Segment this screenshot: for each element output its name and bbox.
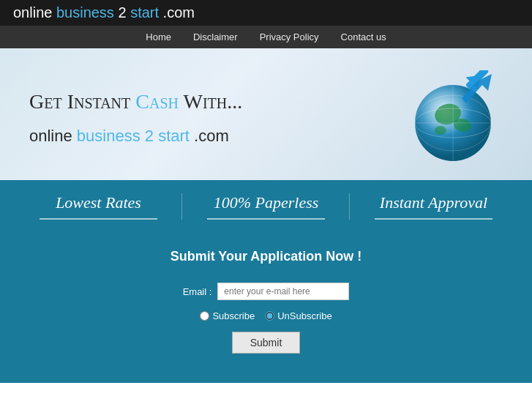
subscribe-label: Subscribe [212,310,255,321]
submit-heading: Submit Your Application Now ! [15,249,517,264]
globe-graphic [408,70,503,165]
radio-row: Subscribe UnSubscribe [200,310,331,321]
unsubscribe-option[interactable]: UnSubscribe [265,310,331,321]
subline-2: 2 [141,127,158,145]
subline-online: online [29,127,77,145]
email-label: Email : [183,286,212,297]
headline-post: With... [179,90,242,113]
nav-disclaimer[interactable]: Disclaimer [193,31,238,42]
form-area: Email : Subscribe UnSubscribe Submit [15,283,517,354]
headline-cash: Cash [135,90,179,113]
title-start: start [130,4,159,20]
email-row: Email : [183,283,350,300]
feature-paperless: 100% Paperless [182,193,350,220]
feature-instant-approval-label: Instant Approval [350,193,517,212]
title-online: online [13,4,56,20]
nav-home[interactable]: Home [146,31,171,42]
subline-business: business [77,127,141,145]
nav-contact[interactable]: Contact us [341,31,386,42]
feature-instant-approval-underline [375,218,492,220]
feature-instant-approval: Instant Approval [350,193,517,220]
feature-paperless-underline [207,218,324,220]
hero-headline: Get Instant Cash With... [29,90,408,113]
subscribe-radio[interactable] [200,311,209,321]
main-content: Submit Your Application Now ! Email : Su… [0,227,532,383]
title-2: 2 [114,4,130,20]
hero-subline: online business 2 start .com [29,127,408,146]
features-strip: Lowest Rates 100% Paperless Instant Appr… [0,180,532,227]
unsubscribe-radio[interactable] [265,311,274,321]
feature-paperless-label: 100% Paperless [182,193,350,212]
subscribe-option[interactable]: Subscribe [200,310,255,321]
submit-button[interactable]: Submit [232,332,301,354]
email-input[interactable] [217,283,349,300]
svg-point-4 [435,126,446,135]
feature-lowest-rates: Lowest Rates [15,193,182,220]
hero-banner: Get Instant Cash With... online business… [0,48,532,180]
title-com: .com [159,4,195,20]
title-business: business [56,4,114,20]
feature-lowest-rates-underline [40,218,157,220]
top-bar: online business 2 start .com [0,0,532,26]
headline-pre: Get Instant [29,90,135,113]
globe-svg [408,70,503,165]
feature-lowest-rates-label: Lowest Rates [15,193,182,212]
subline-start: start [158,127,190,145]
main-nav: Home Disclaimer Privacy Policy Contact u… [0,26,532,48]
subline-com: .com [190,127,229,145]
unsubscribe-label: UnSubscribe [277,310,331,321]
site-title: online business 2 start .com [13,4,195,20]
nav-privacy[interactable]: Privacy Policy [260,31,319,42]
hero-text: Get Instant Cash With... online business… [29,90,408,146]
